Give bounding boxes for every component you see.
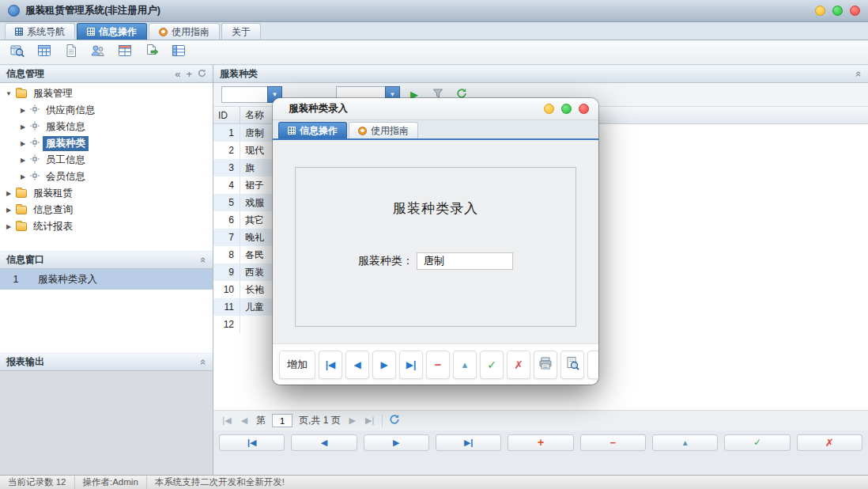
refresh-icon[interactable] bbox=[198, 68, 206, 80]
pager-first-button[interactable]: |◀ bbox=[221, 415, 232, 426]
collapse-left-icon[interactable]: « bbox=[175, 68, 180, 80]
preview-button[interactable] bbox=[560, 351, 584, 379]
table-edit-button[interactable] bbox=[115, 43, 135, 62]
query-table-button[interactable] bbox=[7, 43, 28, 62]
confirm-button[interactable]: ✓ bbox=[724, 434, 790, 451]
cancel-button[interactable]: ✗ bbox=[507, 351, 530, 379]
page-info: 页,共 1 页 bbox=[299, 414, 341, 427]
dialog-close-button[interactable] bbox=[579, 104, 589, 114]
list-item-category-entry[interactable]: 1 服装种类录入 bbox=[0, 269, 213, 290]
dialog-title-bar[interactable]: 服装种类录入 bbox=[273, 98, 598, 120]
tree-item-info-query[interactable]: ▶ 信息查询 bbox=[0, 202, 213, 218]
last-record-button[interactable]: ▶| bbox=[399, 351, 423, 379]
tab-user-guide[interactable]: 使用指南 bbox=[149, 23, 220, 40]
pager-last-button[interactable]: ▶| bbox=[364, 415, 376, 426]
tree-item-label: 服装种类 bbox=[43, 136, 89, 151]
dialog-window-controls bbox=[544, 104, 589, 114]
expand-arrow-icon[interactable]: ▶ bbox=[19, 140, 27, 147]
first-record-button[interactable]: |◀ bbox=[219, 434, 285, 451]
collapse-arrow-icon[interactable]: ▼ bbox=[5, 90, 13, 97]
page-number-input[interactable] bbox=[272, 414, 292, 427]
close-button[interactable] bbox=[850, 6, 860, 16]
form-heading: 服装种类录入 bbox=[296, 199, 576, 218]
users-button[interactable] bbox=[88, 43, 108, 62]
collapse-up-icon[interactable]: « bbox=[198, 359, 209, 365]
tree-item-label: 统计报表 bbox=[30, 219, 76, 234]
tree-item-label: 服装管理 bbox=[30, 86, 76, 101]
category-input[interactable] bbox=[417, 252, 513, 270]
cell-id: 7 bbox=[213, 229, 240, 246]
pager-refresh-button[interactable] bbox=[389, 414, 400, 427]
tree-item-supplier-info[interactable]: ▶ 供应商信息 bbox=[0, 102, 213, 119]
tree-item-label: 员工信息 bbox=[43, 153, 89, 168]
delete-record-button[interactable]: − bbox=[580, 434, 646, 451]
export-button[interactable] bbox=[142, 43, 162, 62]
collapse-up-icon[interactable]: « bbox=[198, 257, 209, 263]
dialog-tab-user-guide[interactable]: 使用指南 bbox=[349, 122, 418, 138]
table-icon bbox=[37, 44, 51, 61]
expand-arrow-icon[interactable]: ▶ bbox=[5, 190, 13, 197]
tree-item-clothing-management[interactable]: ▼ 服装管理 bbox=[0, 85, 213, 102]
tab-about[interactable]: 关于 bbox=[221, 23, 261, 40]
expand-arrow-icon[interactable]: ▶ bbox=[19, 107, 27, 114]
print-button[interactable] bbox=[534, 351, 557, 379]
tree-item-statistics-report[interactable]: ▶ 统计报表 bbox=[0, 218, 213, 235]
expand-arrow-icon[interactable]: ▶ bbox=[19, 123, 27, 131]
expand-arrow-icon[interactable]: ▶ bbox=[5, 207, 13, 214]
delete-record-button[interactable]: − bbox=[426, 351, 450, 379]
dialog-tab-info-operations[interactable]: 信息操作 bbox=[278, 122, 347, 138]
info-management-title: 信息管理 bbox=[6, 67, 44, 81]
edit-record-button[interactable]: ▲ bbox=[652, 434, 718, 451]
tree-item-employee-info[interactable]: ▶ 员工信息 bbox=[0, 152, 213, 169]
grid-icon bbox=[87, 28, 95, 36]
last-record-button[interactable]: ▶| bbox=[436, 434, 501, 451]
expand-arrow-icon[interactable]: ▶ bbox=[19, 173, 27, 180]
folder-icon bbox=[16, 206, 27, 214]
tab-info-operations[interactable]: 信息操作 bbox=[77, 23, 147, 40]
gear-icon bbox=[30, 154, 40, 166]
first-record-button[interactable]: |◀ bbox=[319, 351, 342, 379]
add-record-button[interactable]: 增加 bbox=[279, 351, 315, 379]
tree-item-clothing-category[interactable]: ▶ 服装种类 bbox=[0, 135, 213, 152]
title-bar: 服装租赁管理系统(非注册用户) bbox=[0, 0, 868, 22]
table-columns-button[interactable] bbox=[168, 43, 189, 62]
collapse-up-icon[interactable]: « bbox=[853, 71, 865, 77]
minimize-button[interactable] bbox=[815, 6, 825, 16]
dialog-maximize-button[interactable] bbox=[561, 104, 572, 114]
edit-record-button[interactable]: ▲ bbox=[453, 351, 477, 379]
status-message: 本系统支持二次开发和全新开发! bbox=[147, 476, 292, 489]
filter-field-input[interactable] bbox=[221, 86, 267, 103]
gear-icon bbox=[30, 121, 40, 133]
maximize-button[interactable] bbox=[832, 6, 843, 16]
main-tab-bar: 系统导航 信息操作 使用指南 关于 bbox=[0, 22, 868, 40]
expand-arrow-icon[interactable]: ▶ bbox=[19, 157, 27, 164]
pager-next-button[interactable]: ▶ bbox=[347, 415, 358, 426]
tree-item-clothing-rental[interactable]: ▶ 服装租赁 bbox=[0, 185, 213, 202]
list-item-label: 服装种类录入 bbox=[32, 273, 97, 286]
dialog-minimize-button[interactable] bbox=[544, 104, 554, 114]
window-title: 服装租赁管理系统(非注册用户) bbox=[25, 4, 160, 17]
pager-prev-button[interactable]: ◀ bbox=[239, 415, 250, 426]
prev-record-button[interactable]: ◀ bbox=[291, 434, 357, 451]
overflow-button[interactable] bbox=[587, 351, 598, 379]
filter-field-combobox[interactable]: ▼ bbox=[221, 86, 282, 103]
divider bbox=[382, 415, 383, 427]
prev-record-button[interactable]: ◀ bbox=[345, 351, 369, 379]
tree-item-member-info[interactable]: ▶ 会员信息 bbox=[0, 169, 213, 185]
add-record-button[interactable]: + bbox=[508, 434, 573, 451]
window-controls bbox=[815, 6, 860, 16]
column-header-id[interactable]: ID bbox=[213, 107, 240, 123]
confirm-button[interactable]: ✓ bbox=[480, 351, 504, 379]
main-toolbar bbox=[0, 40, 868, 65]
cancel-button[interactable]: ✗ bbox=[797, 434, 862, 451]
add-icon[interactable]: + bbox=[186, 68, 192, 80]
tree-item-clothing-info[interactable]: ▶ 服装信息 bbox=[0, 119, 213, 135]
clock-icon bbox=[358, 127, 367, 135]
expand-arrow-icon[interactable]: ▶ bbox=[5, 223, 13, 230]
tab-system-navigation[interactable]: 系统导航 bbox=[5, 23, 75, 40]
document-button[interactable] bbox=[61, 43, 81, 62]
table-view-button[interactable] bbox=[34, 43, 55, 62]
next-record-button[interactable]: ▶ bbox=[364, 434, 429, 451]
entry-form-panel: 服装种类录入 服装种类： bbox=[295, 167, 576, 327]
next-record-button[interactable]: ▶ bbox=[372, 351, 396, 379]
